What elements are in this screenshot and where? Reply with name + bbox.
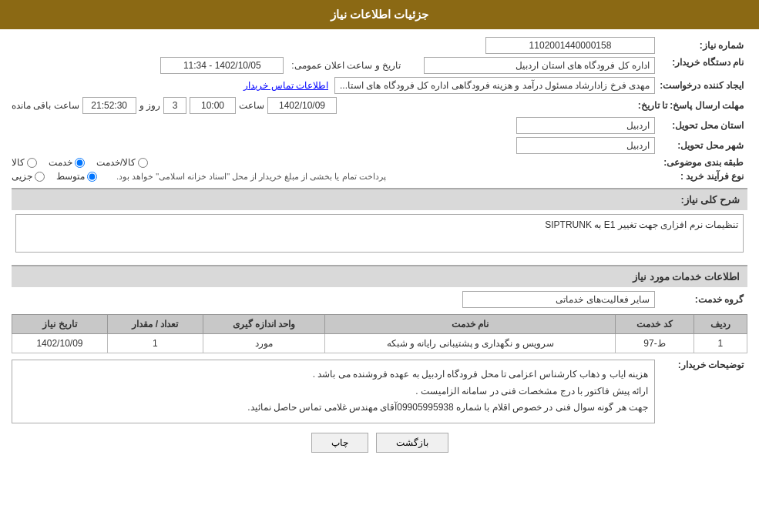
purchase-type-radio-group: پرداخت تمام یا بخشی از مبلغ خریدار از مح… xyxy=(12,171,655,182)
purchase-type-note: پرداخت تمام یا بخشی از مبلغ خریدار از مح… xyxy=(116,172,386,182)
buyer-note-line-1: هزینه ایاب و ذهاب کارشناس اعزامی تا محل … xyxy=(18,366,648,383)
response-time: 10:00 xyxy=(190,97,236,114)
button-row: بازگشت چاپ xyxy=(12,433,747,453)
need-number-label: شماره نیاز: xyxy=(655,40,747,51)
days-label: روز و xyxy=(139,100,160,111)
service-table-header-row: ردیف کد خدمت نام خدمت واحد اندازه گیری ت… xyxy=(12,315,747,334)
page-title: جزئیات اطلاعات نیاز xyxy=(0,0,759,29)
cell-date: 1402/10/09 xyxy=(12,334,108,353)
buyer-note-line-3: جهت هر گونه سوال فنی در خصوص اقلام با شم… xyxy=(18,400,648,417)
category-goods-label: کالا xyxy=(12,157,25,168)
cell-unit: مورد xyxy=(203,334,325,353)
page-wrapper: جزئیات اطلاعات نیاز شماره نیاز: 11020014… xyxy=(0,0,759,532)
service-group-value-section: سایر فعالیت‌های خدماتی xyxy=(12,291,655,308)
category-section: کالا/خدمت خدمت کالا xyxy=(12,157,655,168)
city-label: شهر محل تحویل: xyxy=(655,140,747,151)
need-number-value: 1102001440000158 xyxy=(12,37,655,54)
services-section-header: اطلاعات خدمات مورد نیاز xyxy=(12,265,747,287)
col-code: کد خدمت xyxy=(616,315,694,334)
category-goods-service-radio[interactable] xyxy=(138,158,148,168)
buyer-note-line-2: ارائه پیش فاکتور با درج مشخصات فنی در سا… xyxy=(18,383,648,400)
service-group-row: گروه خدمت: سایر فعالیت‌های خدماتی xyxy=(12,291,747,308)
province-row: استان محل تحویل: اردبیل xyxy=(12,117,747,134)
buyer-org-value: اداره کل فرودگاه های استان اردبیل xyxy=(424,57,655,74)
contact-link[interactable]: اطلاعات تماس خریدار xyxy=(243,80,328,91)
deadline-section: 1402/10/09 ساعت 10:00 3 روز و 21:52:30 س… xyxy=(12,97,638,114)
purchase-partial-radio[interactable] xyxy=(35,172,45,182)
service-group-value: سایر فعالیت‌های خدماتی xyxy=(462,291,655,308)
category-service-item: خدمت xyxy=(49,157,85,168)
city-row: شهر محل تحویل: اردبیل xyxy=(12,137,747,154)
service-group-label: گروه خدمت: xyxy=(655,294,747,305)
category-label: طبقه بندی موضوعی: xyxy=(655,157,747,168)
purchase-medium-label: متوسط xyxy=(56,171,85,182)
need-description-area: تنظیمات نرم افزاری جهت تغییر E1 به SIPTR… xyxy=(12,214,747,259)
buyer-org-row: نام دستگاه خریدار: اداره کل فرودگاه های … xyxy=(12,57,747,74)
creator-value: مهدی فرخ زادارشاد مسئول درآمد و هزینه فر… xyxy=(334,77,655,94)
purchase-partial-item: جزیی xyxy=(12,171,45,182)
response-days: 3 xyxy=(163,97,186,114)
deadline-row: مهلت ارسال پاسخ: تا تاریخ: 1402/10/09 سا… xyxy=(12,97,747,114)
cell-quantity: 1 xyxy=(107,334,203,353)
creator-row: ایجاد کننده درخواست: مهدی فرخ زادارشاد م… xyxy=(12,77,747,94)
category-goods-item: کالا xyxy=(12,157,37,168)
back-button[interactable]: بازگشت xyxy=(376,433,448,453)
purchase-medium-radio[interactable] xyxy=(87,172,97,182)
cell-row-num: 1 xyxy=(694,334,747,353)
announcement-value: 1402/10/05 - 11:34 xyxy=(160,57,284,74)
need-description-value: تنظیمات نرم افزاری جهت تغییر E1 به SIPTR… xyxy=(15,214,744,253)
deadline-label: مهلت ارسال پاسخ: تا تاریخ: xyxy=(638,100,747,111)
purchase-partial-label: جزیی xyxy=(12,171,32,182)
col-quantity: تعداد / مقدار xyxy=(107,315,203,334)
remaining-label: ساعت باقی مانده xyxy=(12,100,79,111)
time-label: ساعت xyxy=(239,100,264,111)
category-row: طبقه بندی موضوعی: کالا/خدمت خدمت کالا xyxy=(12,157,747,168)
announcement-label: تاریخ و ساعت اعلان عمومی: xyxy=(291,60,401,71)
cell-name: سرویس و نگهداری و پشتیبانی رایانه و شبکه xyxy=(325,334,616,353)
city-value-section: اردبیل xyxy=(12,137,655,154)
province-value-section: اردبیل xyxy=(12,117,655,134)
deadline-datetime: 1402/10/09 ساعت 10:00 3 روز و 21:52:30 س… xyxy=(12,97,638,114)
province-value: اردبیل xyxy=(516,117,655,134)
creator-label: ایجاد کننده درخواست: xyxy=(655,80,747,91)
buyer-org-section: اداره کل فرودگاه های استان اردبیل تاریخ … xyxy=(12,57,655,74)
col-date: تاریخ نیاز xyxy=(12,315,108,334)
buyer-notes-box: هزینه ایاب و ذهاب کارشناس اعزامی تا محل … xyxy=(12,360,655,423)
content-area: شماره نیاز: 1102001440000158 نام دستگاه … xyxy=(0,29,759,470)
table-row: 1 ط-97 سرویس و نگهداری و پشتیبانی رایانه… xyxy=(12,334,747,353)
city-value: اردبیل xyxy=(516,137,655,154)
service-table-head: ردیف کد خدمت نام خدمت واحد اندازه گیری ت… xyxy=(12,315,747,334)
category-goods-service-item: کالا/خدمت xyxy=(96,157,148,168)
buyer-notes-value-section: هزینه ایاب و ذهاب کارشناس اعزامی تا محل … xyxy=(12,360,655,423)
service-table-body: 1 ط-97 سرویس و نگهداری و پشتیبانی رایانه… xyxy=(12,334,747,353)
category-radio-group: کالا/خدمت خدمت کالا xyxy=(12,157,655,168)
purchase-type-section: پرداخت تمام یا بخشی از مبلغ خریدار از مح… xyxy=(12,171,655,182)
province-label: استان محل تحویل: xyxy=(655,120,747,131)
buyer-notes-label: توضیحات خریدار: xyxy=(655,360,747,370)
service-table: ردیف کد خدمت نام خدمت واحد اندازه گیری ت… xyxy=(12,314,747,353)
cell-code: ط-97 xyxy=(616,334,694,353)
purchase-type-row: نوع فرآیند خرید : پرداخت تمام یا بخشی از… xyxy=(12,171,747,182)
purchase-medium-item: متوسط xyxy=(56,171,97,182)
response-date: 1402/10/09 xyxy=(267,97,337,114)
response-remaining: 21:52:30 xyxy=(82,97,136,114)
need-number-row: شماره نیاز: 1102001440000158 xyxy=(12,37,747,54)
category-goods-service-label: کالا/خدمت xyxy=(96,157,136,168)
need-description-section-header: شرح کلی نیاز: xyxy=(12,188,747,210)
print-button[interactable]: چاپ xyxy=(311,433,368,453)
need-number-input: 1102001440000158 xyxy=(485,37,655,54)
col-name: نام خدمت xyxy=(325,315,616,334)
buyer-org-label: نام دستگاه خریدار: xyxy=(655,57,747,68)
category-service-label: خدمت xyxy=(49,157,72,168)
creator-section: مهدی فرخ زادارشاد مسئول درآمد و هزینه فر… xyxy=(12,77,655,94)
category-goods-radio[interactable] xyxy=(27,158,37,168)
buyer-notes-row: توضیحات خریدار: هزینه ایاب و ذهاب کارشنا… xyxy=(12,360,747,423)
purchase-type-label: نوع فرآیند خرید : xyxy=(655,171,747,182)
col-unit: واحد اندازه گیری xyxy=(203,315,325,334)
col-row-num: ردیف xyxy=(694,315,747,334)
category-service-radio[interactable] xyxy=(75,158,85,168)
